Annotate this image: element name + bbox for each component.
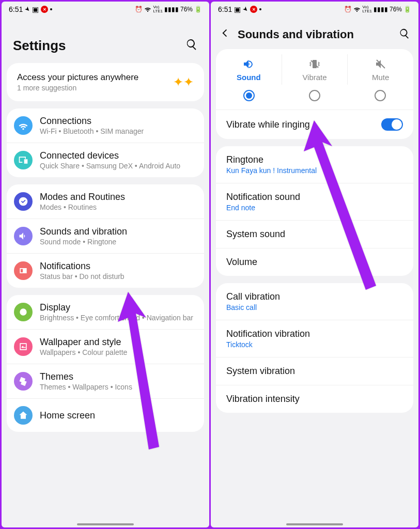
option-call-vibration[interactable]: Call vibration Basic call <box>216 283 413 320</box>
mode-label: Vibrate <box>282 73 348 82</box>
row-title: Wallpaper and style <box>40 337 195 348</box>
status-time: 6:51 <box>9 5 23 13</box>
wifi-icon <box>14 116 33 135</box>
sound-icon <box>216 57 282 71</box>
row-sub: Modes • Routines <box>40 203 195 211</box>
settings-row-themes[interactable]: Themes Themes • Wallpapers • Icons <box>7 364 204 398</box>
settings-group: Display Brightness • Eye comfort shield … <box>7 295 204 432</box>
row-title: Sounds and vibration <box>40 226 195 237</box>
search-icon[interactable] <box>185 38 198 53</box>
page-title: Sounds and vibration <box>238 28 399 41</box>
header: Settings <box>2 17 209 63</box>
radio-mute[interactable] <box>375 90 386 101</box>
phone-left: 6:51 ➤ ▣ ⏰ Vo)LTE1 ▮▮▮▮ 76% 🔋 Settings A… <box>2 2 209 527</box>
mode-label: Sound <box>216 73 282 82</box>
settings-row-notifications[interactable]: Notifications Status bar • Do not distur… <box>7 253 204 288</box>
alarm-icon: ⏰ <box>344 6 352 13</box>
settings-row-display[interactable]: Display Brightness • Eye comfort shield … <box>7 295 204 329</box>
telegram-icon: ➤ <box>23 5 32 14</box>
option-system-sound[interactable]: System sound <box>216 220 413 248</box>
opt-sub: End note <box>226 204 403 212</box>
settings-group: Modes and Routines Modes • Routines Soun… <box>7 184 204 288</box>
vibrate-icon <box>282 57 348 71</box>
status-time: 6:51 <box>218 5 232 13</box>
opt-title: Vibrate while ringing <box>226 119 381 130</box>
battery-icon: 🔋 <box>194 6 202 13</box>
row-title: Home screen <box>40 410 195 421</box>
page-title: Settings <box>13 38 185 54</box>
opt-title: Ringtone <box>226 154 403 165</box>
option-notification-vibration[interactable]: Notification vibration Ticktock <box>216 320 413 357</box>
battery-icon: 🔋 <box>403 6 411 13</box>
option-volume[interactable]: Volume <box>216 248 413 276</box>
option-ringtone[interactable]: Ringtone Kun Faya kun ! Instrumental <box>216 146 413 183</box>
devices-icon <box>14 151 33 169</box>
mode-label: Mute <box>348 73 413 82</box>
row-sub: Status bar • Do not disturb <box>40 272 195 281</box>
vibration-card: Call vibration Basic call Notification v… <box>216 283 413 413</box>
more-notif-icon <box>50 8 52 10</box>
themes-icon <box>14 372 33 391</box>
row-title: Themes <box>40 371 195 382</box>
row-sub: Quick Share • Samsung DeX • Android Auto <box>40 162 195 170</box>
nav-pill[interactable] <box>77 523 134 525</box>
home-icon <box>14 406 33 425</box>
opt-title: System sound <box>226 229 403 240</box>
alarm-icon: ⏰ <box>135 6 143 13</box>
vibrate-ringing-toggle[interactable] <box>381 118 403 131</box>
gallery-icon: ▣ <box>32 5 39 13</box>
radio-vibrate[interactable] <box>309 90 320 101</box>
gallery-icon: ▣ <box>234 5 241 13</box>
settings-row-connections[interactable]: Connections Wi-Fi • Bluetooth • SIM mana… <box>7 108 204 143</box>
opt-sub: Basic call <box>226 303 403 312</box>
suggest-title: Access your pictures anywhere <box>17 72 173 83</box>
mode-sound[interactable]: Sound <box>216 54 282 85</box>
back-button[interactable] <box>219 27 230 42</box>
mute-icon <box>348 57 413 71</box>
display-icon <box>14 303 33 321</box>
battery-text: 76% <box>390 6 402 13</box>
notif-icon <box>14 261 33 280</box>
more-notif-icon <box>259 8 261 10</box>
row-sub: Brightness • Eye comfort shield • Naviga… <box>40 314 195 322</box>
nav-pill[interactable] <box>286 523 343 525</box>
row-title: Modes and Routines <box>40 192 195 203</box>
opt-sub: Ticktock <box>226 340 403 349</box>
mode-mute[interactable]: Mute <box>348 54 413 85</box>
mode-vibrate[interactable]: Vibrate <box>282 54 348 85</box>
battery-text: 76% <box>180 6 193 13</box>
settings-row-modes-and-routines[interactable]: Modes and Routines Modes • Routines <box>7 184 204 219</box>
settings-row-wallpaper-and-style[interactable]: Wallpaper and style Wallpapers • Colour … <box>7 329 204 364</box>
status-bar: 6:51 ▣ ➤ ⏰ Vo)LTE1 ▮▮▮▮ 76% 🔋 <box>211 2 418 17</box>
wall-icon <box>14 337 33 356</box>
row-title: Connected devices <box>40 150 195 161</box>
sparkle-icon: ✦✦ <box>173 75 194 89</box>
row-sub: Wi-Fi • Bluetooth • SIM manager <box>40 127 195 135</box>
settings-row-sounds-and-vibration[interactable]: Sounds and vibration Sound mode • Ringto… <box>7 219 204 253</box>
status-bar: 6:51 ➤ ▣ ⏰ Vo)LTE1 ▮▮▮▮ 76% 🔋 <box>2 2 209 17</box>
opt-title: Volume <box>226 257 403 268</box>
settings-row-connected-devices[interactable]: Connected devices Quick Share • Samsung … <box>7 143 204 177</box>
wifi-icon <box>144 5 151 14</box>
row-title: Display <box>40 302 195 313</box>
opt-title: Notification sound <box>226 192 403 203</box>
option-notification-sound[interactable]: Notification sound End note <box>216 183 413 220</box>
option-vibration-intensity[interactable]: Vibration intensity <box>216 385 413 413</box>
search-icon[interactable] <box>399 28 410 42</box>
blocked-icon <box>41 6 48 13</box>
settings-group: Connections Wi-Fi • Bluetooth • SIM mana… <box>7 108 204 177</box>
settings-content: Access your pictures anywhere 1 more sug… <box>2 63 209 527</box>
settings-row-home-screen[interactable]: Home screen <box>7 398 204 432</box>
radio-sound[interactable] <box>243 90 255 101</box>
volte-icon: Vo)LTE1 <box>362 5 372 13</box>
check-icon <box>14 192 33 211</box>
vibrate-while-ringing-row[interactable]: Vibrate while ringing <box>216 110 413 139</box>
signal-icon: ▮▮▮▮ <box>164 6 179 13</box>
option-system-vibration[interactable]: System vibration <box>216 357 413 385</box>
opt-sub: Kun Faya kun ! Instrumental <box>226 166 403 175</box>
phone-right: 6:51 ▣ ➤ ⏰ Vo)LTE1 ▮▮▮▮ 76% 🔋 Sounds and… <box>211 2 418 527</box>
telegram-icon: ➤ <box>241 5 250 14</box>
suggestion-card[interactable]: Access your pictures anywhere 1 more sug… <box>7 63 204 101</box>
blocked-icon <box>250 6 257 13</box>
sound-mode-card: Sound Vibrate Mute Vibrate while ringing <box>216 49 413 139</box>
